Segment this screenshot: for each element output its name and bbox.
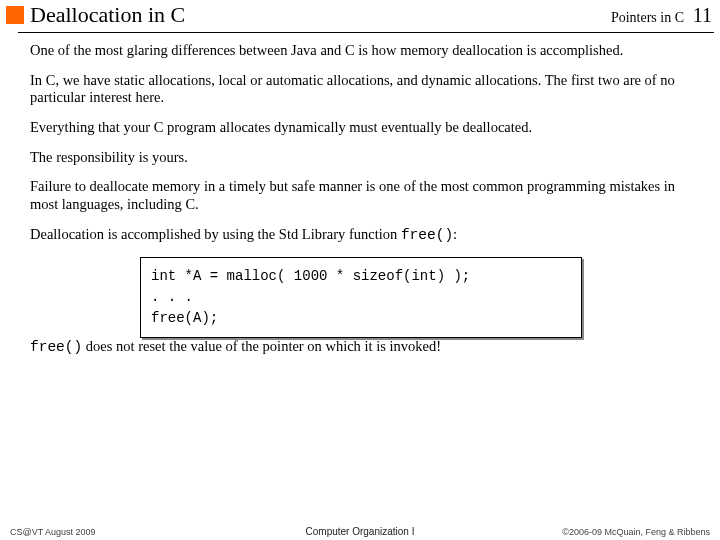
paragraph: Failure to deallocate memory in a timely… xyxy=(30,178,692,213)
slide-footer: CS@VT August 2009 Computer Organization … xyxy=(0,521,720,537)
paragraph: Deallocation is accomplished by using th… xyxy=(30,226,692,245)
inline-code: free() xyxy=(401,227,453,243)
footer-right: ©2006-09 McQuain, Feng & Ribbens xyxy=(562,527,710,537)
callout-note: free() does not reset the value of the p… xyxy=(30,338,692,357)
slide: Deallocation in C Pointers in C 11 One o… xyxy=(0,0,720,540)
bullet-icon xyxy=(6,6,24,24)
paragraph: In C, we have static allocations, local … xyxy=(30,72,692,107)
slide-body: One of the most glaring differences betw… xyxy=(30,42,692,368)
slide-title: Deallocation in C xyxy=(30,2,185,28)
inline-code: free() xyxy=(30,339,82,355)
text: : xyxy=(453,226,457,242)
page-number: 11 xyxy=(693,4,712,27)
code-block: int *A = malloc( 1000 * sizeof(int) ); .… xyxy=(140,257,582,338)
paragraph: The responsibility is yours. xyxy=(30,149,692,167)
chapter-label: Pointers in C xyxy=(611,10,684,26)
code-line: . . . xyxy=(151,287,571,308)
paragraph: One of the most glaring differences betw… xyxy=(30,42,692,60)
code-line: int *A = malloc( 1000 * sizeof(int) ); xyxy=(151,266,571,287)
paragraph: Everything that your C program allocates… xyxy=(30,119,692,137)
code-line: free(A); xyxy=(151,308,571,329)
text: does not reset the value of the pointer … xyxy=(82,338,441,354)
text: Deallocation is accomplished by using th… xyxy=(30,226,401,242)
slide-header: Deallocation in C Pointers in C 11 xyxy=(0,0,720,34)
